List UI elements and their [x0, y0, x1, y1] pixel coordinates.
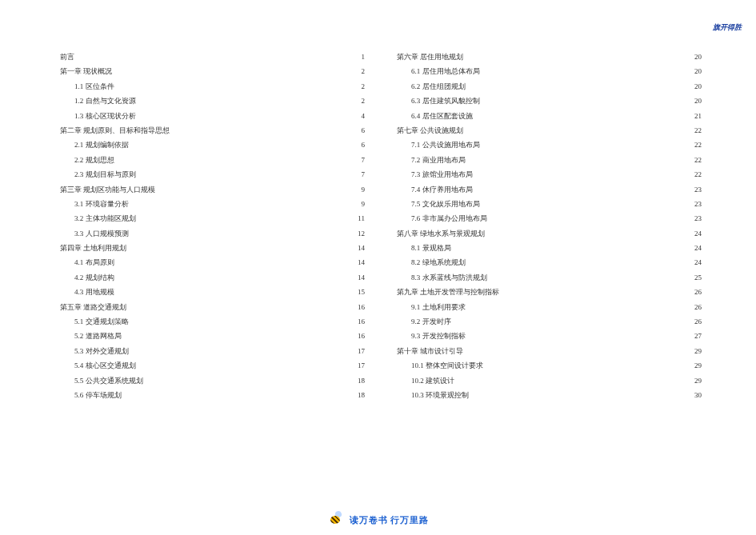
toc-entry-page: 24 — [690, 241, 702, 255]
toc-entry: 第三章 规划区功能与人口规模9 — [60, 182, 365, 197]
header-right-label: 旗开得胜 — [713, 22, 742, 33]
toc-entry: 5.2 道路网格局16 — [60, 329, 365, 343]
toc-entry: 5.6 停车场规划18 — [60, 388, 365, 402]
toc-entry-label: 5.3 对外交通规划 — [74, 344, 129, 358]
toc-entry-label: 8.1 景观格局 — [411, 241, 451, 255]
toc-entry-label: 2.2 规划思想 — [74, 153, 114, 167]
toc-entry-page: 17 — [354, 344, 365, 358]
toc-entry: 9.3 开发控制指标27 — [397, 329, 702, 343]
toc-entry-page: 20 — [690, 64, 702, 78]
toc-entry-page: 22 — [690, 167, 702, 182]
toc-entry-label: 5.4 核心区交通规划 — [74, 358, 136, 373]
toc-entry-label: 第二章 规划原则、目标和指导思想 — [60, 123, 170, 138]
toc-entry-label: 7.5 文化娱乐用地布局 — [411, 197, 480, 211]
toc-entry-page: 9 — [354, 182, 365, 197]
toc-entry-page: 22 — [690, 153, 702, 167]
toc-entry: 6.4 居住区配套设施21 — [397, 109, 702, 123]
toc-entry-page: 17 — [354, 358, 365, 373]
toc-entry: 7.2 商业用地布局22 — [397, 153, 702, 167]
toc-entry: 7.3 旅馆业用地布局22 — [397, 167, 702, 182]
toc-entry: 1.3 核心区现状分析4 — [60, 109, 365, 123]
toc-entry-label: 9.2 开发时序 — [411, 314, 451, 329]
toc-entry: 9.2 开发时序26 — [397, 314, 702, 329]
toc-entry: 3.1 环境容量分析9 — [60, 197, 365, 211]
toc-entry-page: 14 — [354, 241, 365, 255]
toc-entry: 7.6 非市属办公用地布局23 — [397, 211, 702, 226]
toc-entry-page: 18 — [354, 373, 365, 388]
toc-entry-label: 2.3 规划目标与原则 — [74, 167, 136, 182]
toc-entry-label: 4.1 布局原则 — [74, 255, 114, 269]
toc-entry: 7.5 文化娱乐用地布局23 — [397, 197, 702, 211]
toc-entry-page: 23 — [690, 182, 702, 197]
toc-entry-label: 5.6 停车场规划 — [74, 388, 122, 402]
toc-entry-page: 12 — [354, 226, 365, 241]
toc-entry-page: 26 — [690, 314, 702, 329]
toc-entry: 8.1 景观格局24 — [397, 241, 702, 255]
toc-entry: 6.1 居住用地总体布局20 — [397, 64, 702, 78]
toc-entry: 3.3 人口规模预测12 — [60, 226, 365, 241]
toc-entry-label: 2.1 规划编制依据 — [74, 138, 129, 152]
page-footer: 读万卷书 行万里路 — [0, 511, 756, 529]
bee-icon — [327, 511, 345, 529]
toc-entry-page: 23 — [690, 197, 702, 211]
toc-entry-page: 27 — [690, 329, 702, 343]
toc-entry-page: 2 — [354, 79, 365, 94]
toc-entry-page: 20 — [690, 79, 702, 94]
toc-entry-page: 29 — [690, 344, 702, 358]
toc-entry-page: 6 — [354, 138, 365, 152]
toc-entry-label: 5.1 交通规划策略 — [74, 314, 129, 329]
toc-entry: 2.1 规划编制依据6 — [60, 138, 365, 152]
toc-entry-page: 16 — [354, 314, 365, 329]
toc-entry-page: 20 — [690, 50, 702, 64]
toc-entry-label: 第一章 现状概况 — [60, 64, 112, 78]
toc-entry-label: 7.4 休疗养用地布局 — [411, 182, 473, 197]
toc-entry: 5.3 对外交通规划17 — [60, 344, 365, 358]
toc-entry-label: 6.2 居住组团规划 — [411, 79, 466, 94]
toc-entry-page: 24 — [690, 226, 702, 241]
toc-entry-label: 1.2 自然与文化资源 — [74, 94, 136, 108]
toc-entry-label: 第十章 城市设计引导 — [397, 344, 463, 358]
toc-entry-label: 9.3 开发控制指标 — [411, 329, 466, 343]
toc-entry-label: 第四章 土地利用规划 — [60, 241, 126, 255]
toc-entry-label: 1.1 区位条件 — [74, 79, 114, 94]
toc-column-left: 前言1第一章 现状概况21.1 区位条件21.2 自然与文化资源21.3 核心区… — [60, 50, 365, 499]
toc-entry-label: 前言 — [60, 50, 74, 64]
toc-entry-label: 4.2 规划结构 — [74, 270, 114, 285]
toc-entry-label: 8.2 绿地系统规划 — [411, 255, 466, 269]
toc-entry-page: 15 — [354, 285, 365, 299]
toc-entry-label: 第八章 绿地水系与景观规划 — [397, 226, 485, 241]
toc-entry-label: 第六章 居住用地规划 — [397, 50, 463, 64]
toc-entry-page: 2 — [354, 94, 365, 108]
toc-entry-label: 9.1 土地利用要求 — [411, 300, 466, 314]
toc-entry-page: 29 — [690, 358, 702, 373]
toc-entry-page: 7 — [354, 153, 365, 167]
toc-entry-page: 14 — [354, 255, 365, 269]
toc-entry: 4.2 规划结构14 — [60, 270, 365, 285]
toc-entry: 第七章 公共设施规划22 — [397, 123, 702, 138]
toc-entry: 第四章 土地利用规划14 — [60, 241, 365, 255]
toc-entry-page: 24 — [690, 255, 702, 269]
toc-entry-page: 16 — [354, 300, 365, 314]
toc-entry-page: 9 — [354, 197, 365, 211]
toc-entry-page: 1 — [354, 50, 365, 64]
toc-entry-page: 20 — [690, 94, 702, 108]
toc-entry-page: 29 — [690, 373, 702, 388]
toc-entry-page: 25 — [690, 270, 702, 285]
toc-entry-label: 1.3 核心区现状分析 — [74, 109, 136, 123]
toc-entry-page: 22 — [690, 123, 702, 138]
toc-entry: 10.1 整体空间设计要求29 — [397, 358, 702, 373]
table-of-contents: 前言1第一章 现状概况21.1 区位条件21.2 自然与文化资源21.3 核心区… — [60, 50, 702, 499]
toc-entry-label: 4.3 用地规模 — [74, 285, 114, 299]
toc-entry-page: 6 — [354, 123, 365, 138]
toc-entry-page: 23 — [690, 211, 702, 226]
toc-entry-page: 22 — [690, 138, 702, 152]
toc-entry: 6.2 居住组团规划20 — [397, 79, 702, 94]
toc-entry-label: 5.5 公共交通系统规划 — [74, 373, 143, 388]
toc-entry-label: 7.2 商业用地布局 — [411, 153, 466, 167]
toc-entry: 10.2 建筑设计29 — [397, 373, 702, 388]
toc-entry-label: 6.3 居住建筑风貌控制 — [411, 94, 480, 108]
toc-entry: 4.1 布局原则14 — [60, 255, 365, 269]
toc-entry: 9.1 土地利用要求26 — [397, 300, 702, 314]
toc-entry: 前言1 — [60, 50, 365, 64]
toc-entry-label: 3.3 人口规模预测 — [74, 226, 129, 241]
